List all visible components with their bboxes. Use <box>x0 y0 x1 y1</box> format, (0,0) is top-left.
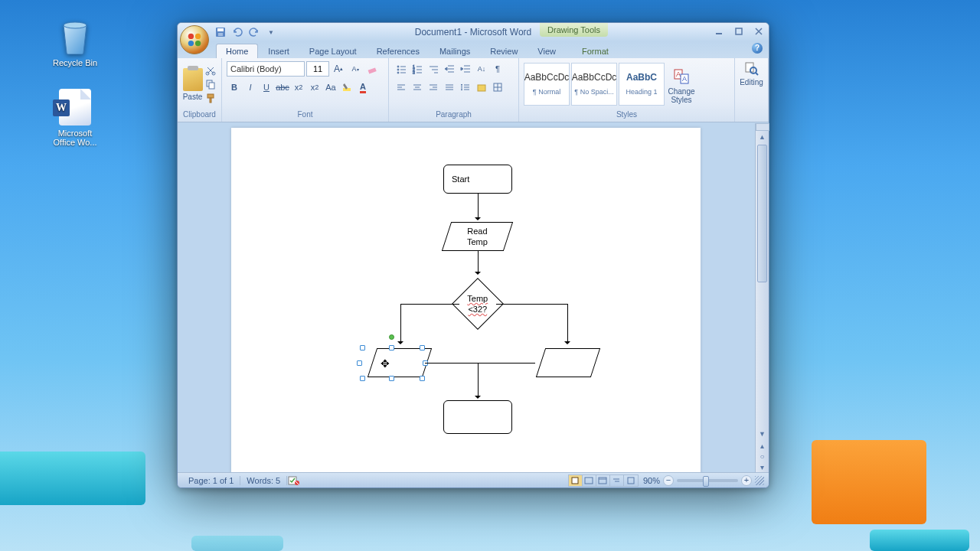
bold-button[interactable]: B <box>227 80 242 95</box>
italic-button[interactable]: I <box>243 80 258 95</box>
shrink-font-icon[interactable]: A▾ <box>348 61 363 77</box>
connector[interactable] <box>400 304 401 344</box>
shape-end[interactable] <box>443 400 512 434</box>
close-button[interactable] <box>753 26 764 37</box>
connector[interactable] <box>496 304 567 305</box>
resize-handle[interactable] <box>360 345 365 350</box>
indent-decrease-icon[interactable] <box>442 61 457 77</box>
tab-insert[interactable]: Insert <box>258 44 299 58</box>
change-case-button[interactable]: Aa <box>323 80 338 95</box>
indent-increase-icon[interactable] <box>458 61 473 77</box>
zoom-slider[interactable] <box>677 479 738 482</box>
scroll-track[interactable] <box>756 143 769 428</box>
scroll-up-button[interactable]: ▲ <box>756 131 769 143</box>
draft-view[interactable] <box>624 475 638 486</box>
borders-icon[interactable] <box>490 80 505 95</box>
word-shortcut[interactable]: Microsoft Office Wo... <box>46 89 104 147</box>
multilevel-icon[interactable] <box>426 61 441 77</box>
highlight-button[interactable] <box>339 80 354 95</box>
next-page-button[interactable]: ▾ <box>756 461 769 472</box>
scroll-thumb[interactable] <box>757 145 767 282</box>
web-layout-view[interactable] <box>596 475 610 486</box>
paste-button[interactable]: Paste <box>182 68 203 101</box>
show-marks-icon[interactable]: ¶ <box>490 61 505 77</box>
status-page[interactable]: Page: 1 of 1 <box>182 476 240 485</box>
save-icon[interactable] <box>214 26 227 38</box>
change-styles-button[interactable]: AA Change Styles <box>666 64 697 104</box>
shape-start[interactable]: Start <box>443 165 512 194</box>
zoom-in-button[interactable]: + <box>741 475 752 486</box>
connector[interactable] <box>478 363 479 398</box>
help-button[interactable]: ? <box>752 43 763 54</box>
tab-mailings[interactable]: Mailings <box>430 44 480 58</box>
page-scroll[interactable]: Start Read Temp Temp <32? <box>178 123 755 472</box>
style-normal[interactable]: AaBbCcDc¶ Normal <box>524 63 570 106</box>
connector[interactable] <box>478 194 479 220</box>
resize-grip[interactable] <box>755 476 764 485</box>
shape-io-right[interactable] <box>536 348 600 377</box>
line-spacing-icon[interactable] <box>458 80 473 95</box>
browse-object-button[interactable]: ○ <box>756 451 769 461</box>
resize-handle[interactable] <box>420 376 425 381</box>
tab-review[interactable]: Review <box>480 44 528 58</box>
prev-page-button[interactable]: ▴ <box>756 440 769 451</box>
rotate-handle[interactable] <box>389 334 394 340</box>
split-handle[interactable] <box>756 123 769 131</box>
qat-customize-icon[interactable]: ▼ <box>265 26 277 38</box>
undo-icon[interactable] <box>231 26 243 38</box>
proofing-icon[interactable] <box>287 475 301 486</box>
zoom-level[interactable]: 90% <box>643 476 660 485</box>
grow-font-icon[interactable]: A▴ <box>331 61 346 77</box>
shading-icon[interactable] <box>474 80 489 95</box>
align-center-icon[interactable] <box>410 80 425 95</box>
tab-format[interactable]: Format <box>572 44 619 58</box>
status-words[interactable]: Words: 5 <box>240 476 287 485</box>
tab-home[interactable]: Home <box>216 44 258 58</box>
print-layout-view[interactable] <box>569 475 583 486</box>
justify-icon[interactable] <box>442 80 457 95</box>
format-painter-icon[interactable] <box>204 92 217 104</box>
resize-handle[interactable] <box>389 345 394 350</box>
recycle-bin[interactable]: Recycle Bin <box>46 18 104 67</box>
cut-icon[interactable] <box>204 64 217 77</box>
tab-page-layout[interactable]: Page Layout <box>299 44 367 58</box>
titlebar[interactable]: ▼ Document1 - Microsoft Word Drawing Too… <box>178 23 769 41</box>
underline-button[interactable]: U <box>259 80 274 95</box>
copy-icon[interactable] <box>204 78 217 90</box>
subscript-button[interactable]: x2 <box>291 80 306 95</box>
font-name-select[interactable] <box>227 61 305 77</box>
align-right-icon[interactable] <box>426 80 441 95</box>
superscript-button[interactable]: x2 <box>307 80 322 95</box>
outline-view[interactable] <box>610 475 624 486</box>
redo-icon[interactable] <box>248 26 260 38</box>
connector[interactable] <box>400 304 459 305</box>
tab-view[interactable]: View <box>528 44 566 58</box>
connector[interactable] <box>567 304 568 344</box>
shape-io-read[interactable]: Read Temp <box>442 222 513 251</box>
style-nospacing[interactable]: AaBbCcDc¶ No Spaci... <box>571 63 617 106</box>
minimize-button[interactable] <box>714 26 724 37</box>
clear-format-icon[interactable] <box>364 61 380 77</box>
connector[interactable] <box>478 363 535 364</box>
resize-handle[interactable] <box>360 376 365 381</box>
resize-handle[interactable] <box>357 360 362 366</box>
group-editing[interactable]: Editing <box>735 58 769 122</box>
strike-button[interactable]: abc <box>275 80 290 95</box>
connector[interactable] <box>478 251 479 274</box>
maximize-button[interactable] <box>733 26 744 37</box>
scroll-down-button[interactable]: ▼ <box>756 428 769 440</box>
resize-handle[interactable] <box>389 376 394 381</box>
resize-handle[interactable] <box>420 345 425 350</box>
font-size-select[interactable] <box>306 61 329 77</box>
align-left-icon[interactable] <box>394 80 409 95</box>
tab-references[interactable]: References <box>367 44 430 58</box>
style-heading1[interactable]: AaBbCHeading 1 <box>619 63 665 106</box>
office-button[interactable] <box>180 25 209 54</box>
sort-icon[interactable]: A↓ <box>474 61 489 77</box>
font-color-button[interactable]: A <box>355 80 371 95</box>
numbering-icon[interactable]: 123 <box>410 61 425 77</box>
bullets-icon[interactable] <box>394 61 409 77</box>
fullscreen-view[interactable] <box>583 475 596 486</box>
connector[interactable] <box>425 363 478 364</box>
zoom-out-button[interactable]: − <box>663 475 674 486</box>
